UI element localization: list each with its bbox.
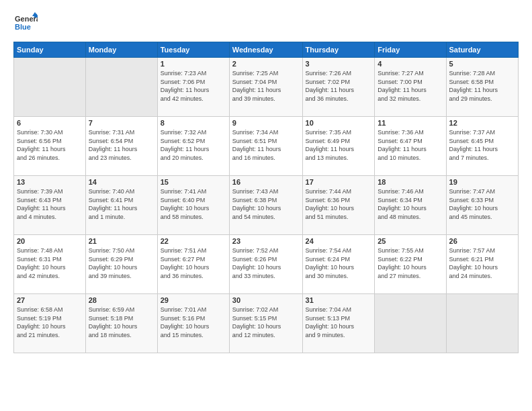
- weekday-header: Saturday: [446, 42, 518, 58]
- day-detail: Sunrise: 7:26 AM Sunset: 7:02 PM Dayligh…: [306, 69, 372, 103]
- day-number: 20: [17, 237, 83, 245]
- calendar-cell: 30Sunrise: 7:02 AM Sunset: 5:15 PM Dayli…: [229, 294, 302, 353]
- calendar-cell: 11Sunrise: 7:36 AM Sunset: 6:47 PM Dayli…: [375, 117, 446, 176]
- day-number: 19: [449, 178, 515, 186]
- calendar-cell: 21Sunrise: 7:50 AM Sunset: 6:29 PM Dayli…: [85, 235, 157, 294]
- day-detail: Sunrise: 7:34 AM Sunset: 6:51 PM Dayligh…: [232, 128, 300, 162]
- calendar-week-row: 27Sunrise: 6:58 AM Sunset: 5:19 PM Dayli…: [14, 294, 519, 353]
- day-detail: Sunrise: 7:23 AM Sunset: 7:06 PM Dayligh…: [161, 69, 226, 103]
- day-detail: Sunrise: 7:27 AM Sunset: 7:00 PM Dayligh…: [378, 69, 443, 103]
- calendar-cell: 4Sunrise: 7:27 AM Sunset: 7:00 PM Daylig…: [375, 58, 446, 117]
- calendar-cell: [446, 294, 518, 353]
- calendar-cell: 6Sunrise: 7:30 AM Sunset: 6:56 PM Daylig…: [14, 117, 86, 176]
- day-number: 17: [306, 178, 372, 186]
- day-detail: Sunrise: 7:52 AM Sunset: 6:26 PM Dayligh…: [232, 246, 300, 280]
- day-detail: Sunrise: 7:35 AM Sunset: 6:49 PM Dayligh…: [306, 128, 372, 162]
- weekday-header: Friday: [375, 42, 446, 58]
- calendar-week-row: 13Sunrise: 7:39 AM Sunset: 6:43 PM Dayli…: [14, 176, 519, 235]
- calendar-cell: [375, 294, 446, 353]
- day-number: 14: [89, 178, 154, 186]
- day-number: 8: [161, 119, 226, 127]
- day-number: 28: [89, 296, 154, 304]
- day-detail: Sunrise: 7:47 AM Sunset: 6:33 PM Dayligh…: [449, 187, 515, 221]
- calendar-cell: 17Sunrise: 7:44 AM Sunset: 6:36 PM Dayli…: [302, 176, 375, 235]
- logo: General Blue: [13, 11, 40, 35]
- day-number: 3: [306, 60, 372, 68]
- calendar-cell: 24Sunrise: 7:54 AM Sunset: 6:24 PM Dayli…: [302, 235, 375, 294]
- header: General Blue: [13, 11, 519, 35]
- day-number: 10: [306, 119, 372, 127]
- page: General Blue SundayMondayTuesdayWednesda…: [0, 0, 532, 411]
- day-number: 1: [161, 60, 226, 68]
- day-detail: Sunrise: 7:01 AM Sunset: 5:16 PM Dayligh…: [161, 306, 226, 339]
- day-detail: Sunrise: 7:31 AM Sunset: 6:54 PM Dayligh…: [89, 128, 154, 162]
- weekday-header: Tuesday: [157, 42, 229, 58]
- day-detail: Sunrise: 7:02 AM Sunset: 5:15 PM Dayligh…: [232, 306, 300, 339]
- calendar-cell: 5Sunrise: 7:28 AM Sunset: 6:58 PM Daylig…: [446, 58, 518, 117]
- day-number: 21: [89, 237, 154, 245]
- calendar-body: 1Sunrise: 7:23 AM Sunset: 7:06 PM Daylig…: [14, 58, 519, 353]
- day-detail: Sunrise: 7:43 AM Sunset: 6:38 PM Dayligh…: [232, 187, 300, 221]
- calendar-week-row: 1Sunrise: 7:23 AM Sunset: 7:06 PM Daylig…: [14, 58, 519, 117]
- day-number: 23: [232, 237, 300, 245]
- calendar-cell: 1Sunrise: 7:23 AM Sunset: 7:06 PM Daylig…: [157, 58, 229, 117]
- day-detail: Sunrise: 7:04 AM Sunset: 5:13 PM Dayligh…: [306, 306, 372, 339]
- calendar-cell: 23Sunrise: 7:52 AM Sunset: 6:26 PM Dayli…: [229, 235, 302, 294]
- weekday-header: Sunday: [14, 42, 86, 58]
- day-detail: Sunrise: 7:28 AM Sunset: 6:58 PM Dayligh…: [449, 69, 515, 103]
- day-number: 29: [161, 296, 226, 304]
- calendar: SundayMondayTuesdayWednesdayThursdayFrid…: [13, 42, 519, 353]
- calendar-cell: 15Sunrise: 7:41 AM Sunset: 6:40 PM Dayli…: [157, 176, 229, 235]
- calendar-cell: 12Sunrise: 7:37 AM Sunset: 6:45 PM Dayli…: [446, 117, 518, 176]
- calendar-cell: 27Sunrise: 6:58 AM Sunset: 5:19 PM Dayli…: [14, 294, 86, 353]
- day-number: 6: [17, 119, 83, 127]
- day-detail: Sunrise: 7:46 AM Sunset: 6:34 PM Dayligh…: [378, 187, 443, 221]
- calendar-cell: 18Sunrise: 7:46 AM Sunset: 6:34 PM Dayli…: [375, 176, 446, 235]
- day-detail: Sunrise: 7:54 AM Sunset: 6:24 PM Dayligh…: [306, 246, 372, 280]
- calendar-cell: 13Sunrise: 7:39 AM Sunset: 6:43 PM Dayli…: [14, 176, 86, 235]
- calendar-cell: 20Sunrise: 7:48 AM Sunset: 6:31 PM Dayli…: [14, 235, 86, 294]
- weekday-header: Thursday: [302, 42, 375, 58]
- day-number: 2: [232, 60, 300, 68]
- calendar-cell: [14, 58, 86, 117]
- calendar-cell: 22Sunrise: 7:51 AM Sunset: 6:27 PM Dayli…: [157, 235, 229, 294]
- calendar-cell: 25Sunrise: 7:55 AM Sunset: 6:22 PM Dayli…: [375, 235, 446, 294]
- day-detail: Sunrise: 7:36 AM Sunset: 6:47 PM Dayligh…: [378, 128, 443, 162]
- calendar-cell: 31Sunrise: 7:04 AM Sunset: 5:13 PM Dayli…: [302, 294, 375, 353]
- calendar-header-row: SundayMondayTuesdayWednesdayThursdayFrid…: [14, 42, 519, 58]
- day-number: 7: [89, 119, 154, 127]
- day-number: 26: [449, 237, 515, 245]
- calendar-cell: 7Sunrise: 7:31 AM Sunset: 6:54 PM Daylig…: [85, 117, 157, 176]
- day-detail: Sunrise: 6:59 AM Sunset: 5:18 PM Dayligh…: [89, 306, 154, 339]
- calendar-cell: 8Sunrise: 7:32 AM Sunset: 6:52 PM Daylig…: [157, 117, 229, 176]
- day-number: 13: [17, 178, 83, 186]
- day-number: 9: [232, 119, 300, 127]
- day-number: 31: [306, 296, 372, 304]
- calendar-week-row: 6Sunrise: 7:30 AM Sunset: 6:56 PM Daylig…: [14, 117, 519, 176]
- day-detail: Sunrise: 7:25 AM Sunset: 7:04 PM Dayligh…: [232, 69, 300, 103]
- day-detail: Sunrise: 7:30 AM Sunset: 6:56 PM Dayligh…: [17, 128, 83, 162]
- calendar-cell: [85, 58, 157, 117]
- day-detail: Sunrise: 7:44 AM Sunset: 6:36 PM Dayligh…: [306, 187, 372, 221]
- day-detail: Sunrise: 7:57 AM Sunset: 6:21 PM Dayligh…: [449, 246, 515, 280]
- calendar-cell: 26Sunrise: 7:57 AM Sunset: 6:21 PM Dayli…: [446, 235, 518, 294]
- day-number: 30: [232, 296, 300, 304]
- calendar-cell: 2Sunrise: 7:25 AM Sunset: 7:04 PM Daylig…: [229, 58, 302, 117]
- day-number: 24: [306, 237, 372, 245]
- day-number: 25: [378, 237, 443, 245]
- day-detail: Sunrise: 7:55 AM Sunset: 6:22 PM Dayligh…: [378, 246, 443, 280]
- day-detail: Sunrise: 7:41 AM Sunset: 6:40 PM Dayligh…: [161, 187, 226, 221]
- calendar-cell: 16Sunrise: 7:43 AM Sunset: 6:38 PM Dayli…: [229, 176, 302, 235]
- day-detail: Sunrise: 7:51 AM Sunset: 6:27 PM Dayligh…: [161, 246, 226, 280]
- day-detail: Sunrise: 7:40 AM Sunset: 6:41 PM Dayligh…: [89, 187, 154, 221]
- calendar-cell: 14Sunrise: 7:40 AM Sunset: 6:41 PM Dayli…: [85, 176, 157, 235]
- day-number: 27: [17, 296, 83, 304]
- day-number: 12: [449, 119, 515, 127]
- calendar-cell: 29Sunrise: 7:01 AM Sunset: 5:16 PM Dayli…: [157, 294, 229, 353]
- day-detail: Sunrise: 7:37 AM Sunset: 6:45 PM Dayligh…: [449, 128, 515, 162]
- day-number: 11: [378, 119, 443, 127]
- day-number: 15: [161, 178, 226, 186]
- calendar-cell: 10Sunrise: 7:35 AM Sunset: 6:49 PM Dayli…: [302, 117, 375, 176]
- calendar-cell: 9Sunrise: 7:34 AM Sunset: 6:51 PM Daylig…: [229, 117, 302, 176]
- calendar-cell: 3Sunrise: 7:26 AM Sunset: 7:02 PM Daylig…: [302, 58, 375, 117]
